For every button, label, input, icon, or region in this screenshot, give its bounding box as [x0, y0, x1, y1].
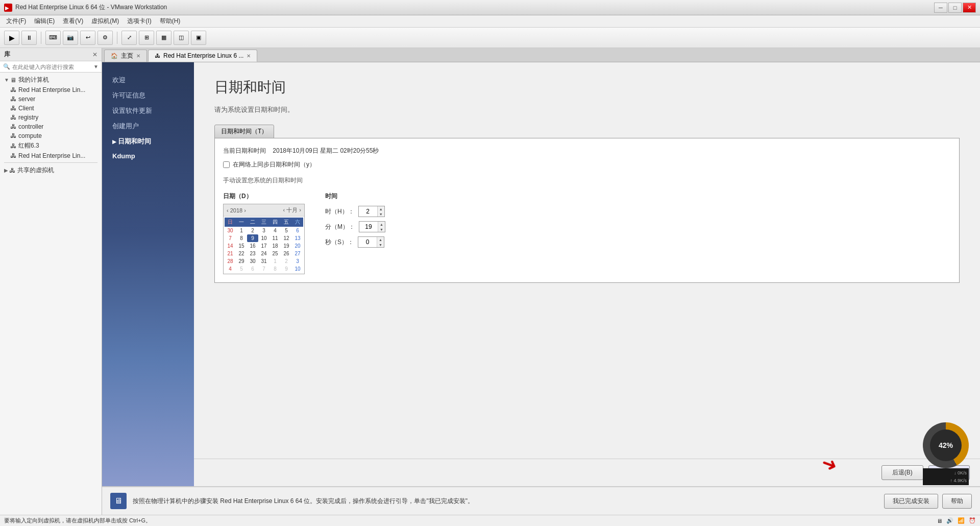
setup-nav-welcome[interactable]: 欢迎: [102, 73, 194, 88]
setup-nav-user[interactable]: 创建用户: [102, 118, 194, 134]
cal-day[interactable]: 15: [236, 242, 247, 250]
toolbar-send-ctrlaltdel[interactable]: ⌨: [45, 31, 61, 45]
second-up-btn[interactable]: ▲: [377, 237, 384, 242]
menu-file[interactable]: 文件(F): [2, 16, 30, 27]
cal-day[interactable]: 28: [225, 257, 236, 265]
hour-input[interactable]: [359, 206, 377, 217]
setup-nav-kdump[interactable]: Kdump: [102, 149, 194, 163]
cal-day[interactable]: 22: [236, 250, 247, 257]
cal-day[interactable]: 2: [281, 257, 292, 265]
back-button[interactable]: 后退(B): [881, 465, 923, 480]
cal-day[interactable]: 16: [247, 242, 258, 250]
sidebar-item-redhat63[interactable]: 🖧 红帽6.3: [0, 140, 102, 151]
maximize-button[interactable]: □: [948, 3, 962, 13]
cal-day[interactable]: 11: [270, 234, 281, 242]
sidebar-item-compute[interactable]: 🖧 compute: [0, 131, 102, 140]
cal-day-selected[interactable]: 9: [247, 234, 258, 242]
second-down-btn[interactable]: ▼: [377, 242, 384, 247]
cal-day[interactable]: 6: [247, 265, 258, 273]
cal-day[interactable]: 1: [270, 257, 281, 265]
cal-day[interactable]: 29: [236, 257, 247, 265]
cal-day[interactable]: 24: [258, 250, 270, 257]
sidebar-item-shared-vms[interactable]: ▶ 🖧 共享的虚拟机: [0, 165, 102, 176]
setup-nav-datetime[interactable]: 日期和时间: [102, 134, 194, 149]
cal-day[interactable]: 20: [292, 242, 303, 250]
setup-nav-software[interactable]: 设置软件更新: [102, 103, 194, 118]
sidebar-item-registry[interactable]: 🖧 registry: [0, 113, 102, 122]
minimize-button[interactable]: ─: [934, 3, 947, 13]
cal-day[interactable]: 27: [292, 250, 303, 257]
tab-home-close[interactable]: ✕: [136, 53, 140, 59]
cal-day[interactable]: 14: [225, 242, 236, 250]
cal-day[interactable]: 1: [236, 227, 247, 234]
help-button[interactable]: 帮助: [942, 494, 972, 509]
menu-edit[interactable]: 编辑(E): [30, 16, 59, 27]
sidebar-item-my-computer[interactable]: ▼ 🖥 我的计算机: [0, 75, 102, 85]
cal-day[interactable]: 10: [258, 234, 270, 242]
sync-checkbox[interactable]: [223, 161, 230, 168]
menu-help[interactable]: 帮助(H): [156, 16, 185, 27]
cal-day[interactable]: 7: [258, 265, 270, 273]
tab-home[interactable]: 🏠 主页 ✕: [104, 50, 147, 62]
cal-day[interactable]: 4: [225, 265, 236, 273]
menu-tab[interactable]: 选项卡(I): [123, 16, 155, 27]
toolbar-revert[interactable]: ↩: [80, 31, 95, 45]
prev-month-btn[interactable]: ‹ 十月 ›: [283, 206, 301, 214]
toolbar-power[interactable]: ▶: [4, 31, 19, 45]
cal-day[interactable]: 25: [270, 250, 281, 257]
sidebar-item-vm-0[interactable]: 🖧 Red Hat Enterprise Lin...: [0, 85, 102, 94]
sidebar-close-button[interactable]: ✕: [92, 51, 97, 58]
cal-day[interactable]: 5: [236, 265, 247, 273]
cal-day[interactable]: 31: [258, 257, 270, 265]
hour-up-btn[interactable]: ▲: [378, 206, 384, 211]
cal-day[interactable]: 4: [270, 227, 281, 234]
cal-day[interactable]: 7: [225, 234, 236, 242]
toolbar-view[interactable]: ◫: [174, 31, 189, 45]
cal-day[interactable]: 26: [281, 250, 292, 257]
menu-view[interactable]: 查看(V): [59, 16, 87, 27]
cal-day[interactable]: 5: [281, 227, 292, 234]
minute-up-btn[interactable]: ▲: [378, 222, 385, 227]
toolbar-fullscreen[interactable]: ⤢: [121, 31, 137, 45]
datetime-tab[interactable]: 日期和时间（T）: [214, 125, 274, 138]
cal-day[interactable]: 12: [281, 234, 292, 242]
toolbar-settings[interactable]: ⚙: [97, 31, 113, 45]
sidebar-item-client[interactable]: 🖧 Client: [0, 104, 102, 113]
cal-day[interactable]: 8: [236, 234, 247, 242]
toolbar-console[interactable]: ▣: [191, 31, 206, 45]
cal-day[interactable]: 8: [270, 265, 281, 273]
prev-year-btn[interactable]: ‹ 2018 ›: [227, 207, 246, 213]
finish-install-button[interactable]: 我已完成安装: [884, 494, 938, 509]
toolbar-pause[interactable]: ⏸: [21, 31, 37, 45]
sidebar-item-controller[interactable]: 🖧 controller: [0, 122, 102, 131]
cal-day[interactable]: 6: [292, 227, 303, 234]
tab-vm-close[interactable]: ✕: [247, 53, 251, 59]
close-button[interactable]: ✕: [963, 3, 976, 13]
cal-day[interactable]: 10: [292, 265, 303, 273]
setup-nav-license[interactable]: 许可证信息: [102, 88, 194, 103]
cal-day[interactable]: 3: [292, 257, 303, 265]
toolbar-layout[interactable]: ▦: [156, 31, 172, 45]
search-dropdown-icon[interactable]: ▼: [93, 64, 99, 69]
cal-day[interactable]: 21: [225, 250, 236, 257]
minute-input[interactable]: [359, 222, 378, 232]
cal-day[interactable]: 18: [270, 242, 281, 250]
cal-day[interactable]: 2: [247, 227, 258, 234]
toolbar-split[interactable]: ⊞: [139, 31, 154, 45]
sidebar-item-server[interactable]: 🖧 server: [0, 94, 102, 104]
cal-day[interactable]: 13: [292, 234, 303, 242]
cal-day[interactable]: 30: [225, 227, 236, 234]
cal-day[interactable]: 3: [258, 227, 270, 234]
sidebar-item-vm-7[interactable]: 🖧 Red Hat Enterprise Lin...: [0, 151, 102, 160]
cal-day[interactable]: 9: [281, 265, 292, 273]
menu-vm[interactable]: 虚拟机(M): [87, 16, 123, 27]
cal-day[interactable]: 23: [247, 250, 258, 257]
cal-day[interactable]: 19: [281, 242, 292, 250]
hour-down-btn[interactable]: ▼: [378, 211, 384, 217]
toolbar-snapshot[interactable]: 📷: [63, 31, 78, 45]
tab-vm[interactable]: 🖧 Red Hat Enterprise Linux 6 ... ✕: [148, 50, 257, 62]
minute-down-btn[interactable]: ▼: [378, 227, 385, 232]
second-input[interactable]: [358, 237, 377, 247]
cal-day[interactable]: 17: [258, 242, 270, 250]
cal-day[interactable]: 30: [247, 257, 258, 265]
